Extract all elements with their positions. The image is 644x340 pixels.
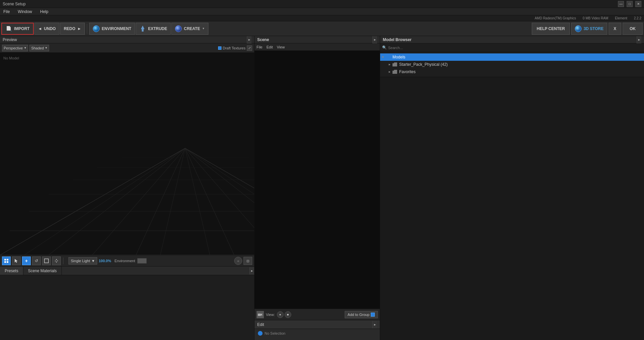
- scale-button[interactable]: [42, 257, 51, 265]
- menu-file[interactable]: File: [2, 9, 11, 15]
- tree-label-starter: Starter_Pack_Physical (42): [399, 62, 448, 67]
- tree-expand-arrow-favorites: ►: [388, 70, 391, 73]
- info-bar: AMD Radeon(TM) Graphics 0 MB Video RAM E…: [0, 15, 644, 21]
- camera-dropdown-arrow: ▼: [24, 46, 26, 49]
- svg-line-3: [185, 148, 254, 255]
- scene-panel: Scene ► File Edit View View: ● ■ Add to …: [255, 36, 380, 340]
- svg-line-10: [24, 148, 185, 255]
- light-mode-label: Single Light: [71, 259, 90, 263]
- svg-line-9: [185, 148, 210, 255]
- extrude-icon: [139, 25, 146, 32]
- tree-label-models: Models: [392, 55, 406, 59]
- expand-button[interactable]: ⤢: [247, 45, 252, 51]
- scene-view-circle-btn[interactable]: ●: [277, 311, 284, 318]
- model-preview-area: [380, 77, 644, 340]
- svg-rect-26: [258, 314, 261, 316]
- search-icon: 🔍: [382, 45, 387, 50]
- svg-marker-23: [15, 259, 18, 263]
- group-select-button[interactable]: [2, 257, 11, 265]
- scene-view-label: View:: [266, 313, 275, 317]
- extrude-button[interactable]: EXTRUDE: [136, 23, 171, 35]
- rotate-button[interactable]: ↺: [32, 257, 41, 265]
- draft-textures-label: Draft Textures: [223, 46, 246, 50]
- scene-view-square-btn[interactable]: ■: [285, 311, 291, 318]
- svg-line-7: [185, 148, 234, 255]
- scene-subbar: File Edit View: [255, 43, 380, 51]
- scene-menu-view[interactable]: View: [277, 45, 285, 49]
- model-browser-collapse-button[interactable]: ►: [637, 36, 641, 43]
- environment-button[interactable]: ENVIRONMENT: [89, 23, 135, 35]
- search-input[interactable]: [388, 46, 642, 50]
- presets-tab[interactable]: Presets: [0, 267, 23, 275]
- viewport: No Model: [0, 53, 254, 255]
- scene-bottom-bar: View: ● ■ Add to Group: [255, 309, 380, 320]
- svg-marker-25: [55, 259, 58, 263]
- shading-dropdown-arrow: ▼: [45, 46, 47, 49]
- fit-view-button[interactable]: ⊡: [244, 257, 252, 265]
- undo-button[interactable]: ◄ UNDO: [34, 23, 59, 35]
- svg-line-11: [185, 148, 254, 255]
- presets-area: Presets Scene Materials ►: [0, 267, 254, 340]
- maximize-button[interactable]: □: [627, 1, 633, 7]
- menu-window[interactable]: Window: [16, 9, 33, 15]
- close-button[interactable]: ✕: [635, 1, 641, 7]
- toolbar-right: HELP CENTER 3D STORE X OK: [532, 23, 643, 35]
- tree-row-models[interactable]: ▼ Models: [380, 53, 644, 61]
- scene-materials-tab[interactable]: Scene Materials: [23, 267, 62, 275]
- titlebar-title: Scene Setup: [3, 2, 26, 6]
- help-center-button[interactable]: HELP CENTER: [532, 23, 570, 35]
- selection-icon: [258, 331, 263, 336]
- store-globe-icon: [575, 25, 582, 32]
- pointer-icon: [14, 259, 18, 263]
- undo-arrow-icon: ◄: [38, 26, 42, 31]
- presets-tabs: Presets Scene Materials ►: [0, 267, 254, 275]
- light-mode-dropdown[interactable]: Single Light ▼: [68, 257, 97, 265]
- edit-expand-button[interactable]: ►: [372, 321, 377, 328]
- tree-label-favorites: Favorites: [399, 69, 416, 74]
- folder-icon-models: [386, 55, 390, 59]
- add-to-group-button[interactable]: Add to Group: [345, 311, 378, 318]
- scene-collapse-button[interactable]: ►: [372, 36, 377, 43]
- minimize-button[interactable]: —: [618, 1, 624, 7]
- shading-dropdown[interactable]: Shaded ▼: [29, 45, 49, 51]
- tree-row-starter-pack[interactable]: ► Starter_Pack_Physical (42): [380, 61, 644, 68]
- preview-collapse-button[interactable]: ►: [247, 36, 252, 43]
- svg-rect-21: [4, 261, 6, 263]
- svg-line-5: [185, 148, 254, 255]
- menubar: File Window Help: [0, 8, 644, 15]
- rotate-icon: ↺: [35, 259, 38, 263]
- draft-textures-checkbox[interactable]: [218, 46, 221, 50]
- edit-header: Edit ►: [255, 320, 380, 329]
- import-button[interactable]: IMPORT: [1, 23, 34, 35]
- add-button[interactable]: +: [22, 257, 31, 265]
- scene-menu-edit[interactable]: Edit: [267, 45, 273, 49]
- add-to-group-icon: [371, 313, 375, 317]
- create-dropdown-arrow: ▼: [202, 27, 205, 30]
- preview-controls: Perspective ▼ Shaded ▼ Draft Textures ⤢: [0, 43, 254, 53]
- environment-swatch[interactable]: [137, 258, 147, 264]
- presets-collapse-button[interactable]: ►: [250, 267, 254, 275]
- main-layout: Preview ► Perspective ▼ Shaded ▼ Draft T…: [0, 36, 644, 340]
- model-tree: ▼ Models ► Starter_Pack_Physical (42) ► …: [380, 52, 644, 77]
- reset-view-button[interactable]: ○: [234, 257, 242, 265]
- titlebar: Scene Setup — □ ✕: [0, 0, 644, 8]
- vram-info: 0 MB Video RAM: [583, 16, 609, 20]
- scene-viewport: [255, 51, 380, 309]
- ok-button[interactable]: OK: [623, 23, 643, 35]
- x-button[interactable]: X: [609, 23, 621, 35]
- redo-button[interactable]: REDO ►: [60, 23, 85, 35]
- svg-rect-22: [7, 261, 8, 263]
- camera-view-dropdown[interactable]: Perspective ▼: [2, 45, 28, 51]
- edit-label: Edit: [257, 322, 264, 327]
- app-name: Element: [615, 16, 627, 20]
- pointer-button[interactable]: [12, 257, 21, 265]
- 3d-store-button[interactable]: 3D STORE: [571, 23, 607, 35]
- move-button[interactable]: [52, 257, 61, 265]
- tree-row-favorites[interactable]: ► Favorites: [380, 68, 644, 75]
- grid-canvas: [0, 134, 254, 255]
- scene-menu-file[interactable]: File: [257, 45, 263, 49]
- menu-help[interactable]: Help: [39, 9, 50, 15]
- create-button[interactable]: CREATE ▼: [171, 23, 208, 35]
- gpu-info: AMD Radeon(TM) Graphics: [535, 16, 576, 20]
- add-icon: +: [25, 258, 28, 264]
